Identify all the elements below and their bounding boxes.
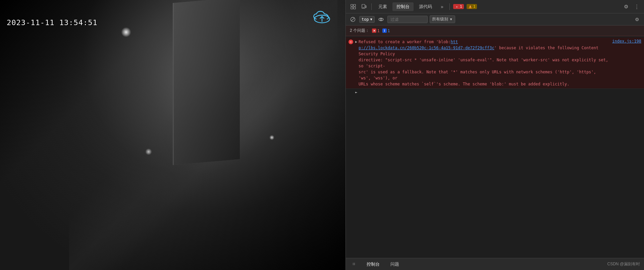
live-expressions-btn[interactable]	[377, 15, 385, 24]
error-entry-icon: ✕	[348, 40, 353, 44]
error-x-icon: ✕	[348, 40, 353, 44]
top-context-dropdown[interactable]: top ▼	[359, 16, 375, 23]
svg-point-23	[354, 264, 355, 265]
more-vert-icon: ⋮	[634, 4, 639, 10]
error-source-link[interactable]: index.js:198	[612, 39, 641, 44]
tab-console[interactable]: 控制台	[392, 2, 414, 11]
error-badge-icon: ✕	[455, 5, 459, 9]
svg-rect-6	[365, 6, 366, 8]
console-error-message: Refused to create a worker from 'blob:ht…	[359, 39, 609, 87]
svg-line-13	[351, 18, 355, 21]
console-content: ✕ ▶ Refused to create a worker from 'blo…	[346, 36, 644, 258]
more-tabs-btn[interactable]: »	[437, 2, 447, 11]
issues-error-count: ✕ 1	[372, 28, 380, 33]
video-canvas: 2023-11-11 13:54:51	[0, 0, 345, 270]
svg-rect-2	[354, 4, 356, 6]
log-level-dropdown[interactable]: 所有级别 ▼	[430, 15, 455, 23]
settings-gear-btn[interactable]: ⚙	[621, 2, 631, 11]
toolbar-divider-1	[371, 3, 372, 10]
device-toggle-btn[interactable]	[359, 2, 369, 11]
dropdown-arrow-icon: ▼	[370, 17, 372, 21]
tab-elements[interactable]: 元素	[374, 2, 391, 11]
top-label: top	[362, 17, 369, 22]
cam-object	[173, 0, 240, 165]
warn-count-badge: ! 1	[467, 4, 477, 9]
issues-warn-icon: i	[382, 28, 387, 33]
console-filter-input[interactable]	[387, 16, 428, 23]
console-gear-icon: ⚙	[635, 17, 639, 22]
tab-sources[interactable]: 源代码	[415, 2, 436, 11]
svg-point-21	[353, 264, 354, 265]
clear-console-btn[interactable]	[348, 15, 357, 24]
bottom-drag-icon[interactable]	[350, 260, 359, 269]
console-toolbar: top ▼ 所有级别 ▼ ⚙	[346, 13, 644, 25]
svg-point-20	[353, 263, 354, 263]
devtools-panel: 元素 控制台 源代码 » ✕ 1 ! 1 ⚙	[345, 0, 644, 270]
bottom-credit: CSDN @漏刻有时	[607, 261, 640, 267]
bottom-tab-issues[interactable]: 问题	[388, 260, 402, 269]
issues-error-label: 1	[377, 28, 380, 33]
error-link[interactable]: http://lbs.lockdata.cn/260b520c-1c56-4a1…	[359, 40, 494, 50]
inspect-icon-btn[interactable]	[348, 2, 358, 11]
gear-icon: ⚙	[624, 4, 628, 10]
toolbar-divider-2	[449, 3, 450, 10]
issues-error-icon: ✕	[372, 28, 376, 33]
svg-rect-3	[351, 7, 353, 9]
bottom-tab-console[interactable]: 控制台	[364, 260, 382, 269]
svg-point-15	[380, 18, 382, 20]
svg-text:i: i	[384, 29, 385, 32]
console-settings-btn[interactable]: ⚙	[633, 15, 641, 24]
issues-warn-label: 1	[388, 28, 390, 33]
issues-warn-count: i 1	[382, 28, 390, 33]
svg-rect-1	[351, 4, 353, 6]
devtools-bottom-bar: 控制台 问题 CSDN @漏刻有时	[346, 258, 644, 270]
svg-text:✕: ✕	[373, 29, 376, 32]
error-count-label: 1	[460, 4, 462, 9]
console-entry-error: ✕ ▶ Refused to create a worker from 'blo…	[346, 38, 644, 89]
chevron-right-icon[interactable]: ►	[355, 90, 358, 94]
issues-bar: 2 个问题： ✕ 1 i 1	[346, 25, 644, 36]
cloud-upload-icon	[312, 10, 332, 23]
svg-rect-4	[354, 7, 356, 9]
video-timestamp: 2023-11-11 13:54:51	[7, 18, 98, 27]
svg-text:!: !	[469, 6, 471, 9]
more-options-btn[interactable]: ⋮	[632, 2, 641, 11]
devtools-top-toolbar: 元素 控制台 源代码 » ✕ 1 ! 1 ⚙	[346, 0, 644, 13]
console-entry-expand: ►	[346, 89, 644, 96]
video-panel: 2023-11-11 13:54:51	[0, 0, 345, 270]
entry-expand-btn[interactable]: ▶	[355, 40, 357, 44]
svg-point-22	[354, 263, 355, 263]
warn-badge-icon: !	[468, 5, 472, 9]
cam-light-streak2	[145, 148, 152, 155]
cam-light-streak	[121, 27, 131, 37]
svg-text:✕: ✕	[456, 5, 458, 8]
cloud-icon-container	[312, 10, 332, 25]
level-dropdown-arrow: ▼	[449, 17, 453, 21]
log-level-label: 所有级别	[432, 16, 448, 22]
error-count-badge: ✕ 1	[453, 4, 464, 9]
warn-count-label: 1	[473, 4, 476, 9]
more-tabs-icon: »	[441, 4, 443, 9]
issues-text: 2 个问题：	[350, 28, 369, 33]
